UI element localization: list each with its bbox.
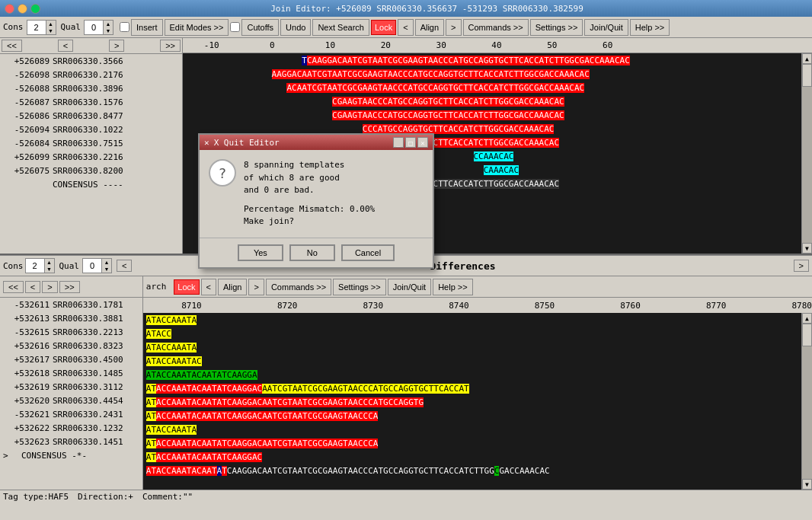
bjoin-quit-button[interactable]: Join/Quit xyxy=(388,279,431,295)
bread-row-1[interactable]: -532611 SRR006330.1781 xyxy=(0,298,142,311)
consensus-row: CONSENSUS ---- xyxy=(0,177,182,191)
bnav-prev[interactable]: < xyxy=(25,281,40,293)
bread-pos-8: +532620 xyxy=(3,396,53,406)
next-search-button[interactable]: Next Search xyxy=(312,19,369,36)
bscroll-down[interactable]: ▼ xyxy=(802,479,812,490)
dialog-close[interactable]: ✕ xyxy=(417,137,428,148)
lt-button[interactable]: < xyxy=(398,19,413,36)
bread-row-2[interactable]: +532613 SRR006330.3881 xyxy=(0,311,142,325)
insert-button[interactable]: Insert xyxy=(131,19,163,36)
bseq-consensus-e: GACCAAACAC xyxy=(499,466,549,476)
diff-qual-up[interactable]: ▲ xyxy=(102,259,111,266)
diff-qual-spinbox[interactable]: ▲ ▼ xyxy=(82,258,112,273)
dialog-cancel-button[interactable]: Cancel xyxy=(341,244,395,261)
bnav-first[interactable]: << xyxy=(3,281,24,293)
bottom-seq-content[interactable]: ATACCAAATA ATACC ATACCAAATA ATACCAAATAC xyxy=(143,313,801,490)
close-button[interactable] xyxy=(5,4,14,14)
bgt-button[interactable]: > xyxy=(248,279,264,295)
read-row-1[interactable]: +526089 SRR006330.3566 xyxy=(0,54,182,68)
nav-first[interactable]: << xyxy=(2,40,22,52)
settings-button[interactable]: Settings >> xyxy=(530,19,583,36)
read-row-4[interactable]: -526087 SRR006330.1576 xyxy=(0,95,182,109)
seq-data-4: CGAAGTAACCCATGCCAGGTGCTTCACCATCTTGGCGACC… xyxy=(186,97,564,107)
diff-cons-up[interactable]: ▲ xyxy=(45,259,54,266)
balign-button[interactable]: Align xyxy=(218,279,247,295)
dialog-yes-button[interactable]: Yes xyxy=(238,244,283,261)
diff-qual-down[interactable]: ▼ xyxy=(102,266,111,273)
dialog-maximize[interactable]: □ xyxy=(405,137,416,148)
cutoffs-checkbox[interactable] xyxy=(230,22,240,32)
bscroll-up[interactable]: ▲ xyxy=(802,313,812,324)
edit-modes-button[interactable]: Edit Modes >> xyxy=(165,19,229,36)
top-scrollbar-v[interactable]: ▲ ▼ xyxy=(801,53,812,254)
qual-down[interactable]: ▼ xyxy=(104,27,113,34)
maximize-button[interactable] xyxy=(30,4,40,14)
cons-up[interactable]: ▲ xyxy=(46,21,56,27)
bottom-scrollbar-v[interactable]: ▲ ▼ xyxy=(801,313,812,490)
bread-row-5[interactable]: +532617 SRR006330.4500 xyxy=(0,353,142,366)
cons-spinbox[interactable]: 2 ▲ ▼ xyxy=(27,20,56,35)
bread-row-9[interactable]: -532621 SRR006330.2431 xyxy=(0,407,142,421)
cons-down[interactable]: ▼ xyxy=(46,27,56,34)
qual-up[interactable]: ▲ xyxy=(104,21,113,27)
bnav-next[interactable]: > xyxy=(42,281,57,293)
block-button[interactable]: Lock xyxy=(174,279,199,295)
read-row-5[interactable]: -526086 SRR006330.8477 xyxy=(0,109,182,123)
bnav-last[interactable]: >> xyxy=(59,281,80,293)
bread-pos-3: -532615 xyxy=(3,327,53,337)
nav-last[interactable]: >> xyxy=(160,40,181,52)
read-row-7[interactable]: -526084 SRR006330.7515 xyxy=(0,136,182,150)
nav-prev[interactable]: < xyxy=(58,40,73,52)
read-pos-1: +526089 xyxy=(3,56,53,66)
dialog-no-button[interactable]: No xyxy=(289,244,335,261)
bread-row-10[interactable]: +532622 SRR006330.1232 xyxy=(0,421,142,435)
read-row-9[interactable]: +526075 SRR006330.8200 xyxy=(0,164,182,177)
bcommands-button[interactable]: Commands >> xyxy=(266,279,331,295)
bseq-data-8a: AT xyxy=(146,411,156,421)
gt-button[interactable]: > xyxy=(446,19,461,36)
cutoffs-button[interactable]: Cutoffs xyxy=(241,19,279,36)
bread-name-10: SRR006330.1232 xyxy=(53,423,123,433)
diff-cons-spinbox[interactable]: ▲ ▼ xyxy=(25,258,55,273)
bread-row-7[interactable]: +532619 SRR006330.3112 xyxy=(0,380,142,394)
bscroll-thumb[interactable] xyxy=(802,324,812,346)
lock-button[interactable]: Lock xyxy=(371,20,396,35)
undo-button[interactable]: Undo xyxy=(280,19,311,36)
read-pos-6: -526094 xyxy=(3,125,53,135)
minimize-button[interactable] xyxy=(18,4,27,14)
read-row-6[interactable]: -526094 SRR006330.1022 xyxy=(0,123,182,136)
diff-qual-input[interactable] xyxy=(83,261,101,270)
scroll-down[interactable]: ▼ xyxy=(802,243,812,254)
bread-row-3[interactable]: -532615 SRR006330.2213 xyxy=(0,325,142,339)
bread-row-8[interactable]: +532620 SRR006330.4454 xyxy=(0,394,142,407)
qual-input[interactable]: 0 xyxy=(85,23,103,32)
scroll-up[interactable]: ▲ xyxy=(802,53,812,64)
diff-nav-left[interactable]: < xyxy=(117,260,132,272)
bsearch-area: arch xyxy=(146,282,167,292)
dialog-minimize[interactable]: _ xyxy=(393,137,404,148)
read-name-7: SRR006330.7515 xyxy=(53,139,123,148)
cons-input[interactable]: 2 xyxy=(27,23,46,32)
commands-button[interactable]: Commands >> xyxy=(463,19,529,36)
help-button[interactable]: Help >> xyxy=(630,19,670,36)
read-row-8[interactable]: +526099 SRR006330.2216 xyxy=(0,150,182,164)
bread-row-11[interactable]: +532623 SRR006330.1451 xyxy=(0,435,142,448)
bsettings-button[interactable]: Settings >> xyxy=(333,279,386,295)
insert-checkbox[interactable] xyxy=(120,22,129,32)
diff-nav-right[interactable]: > xyxy=(794,260,809,272)
align-button[interactable]: Align xyxy=(415,19,444,36)
read-row-2[interactable]: -526098 SRR006330.2176 xyxy=(0,68,182,81)
qual-spinbox[interactable]: 0 ▲ ▼ xyxy=(84,20,113,35)
nav-next[interactable]: > xyxy=(109,40,124,52)
diff-cons-input[interactable] xyxy=(26,261,44,270)
tag-type: Tag type:HAF5 xyxy=(3,492,69,502)
bread-row-4[interactable]: +532616 SRR006330.8323 xyxy=(0,339,142,353)
bscroll-track xyxy=(802,324,812,479)
join-quit-button[interactable]: Join/Quit xyxy=(584,19,628,36)
diff-cons-down[interactable]: ▼ xyxy=(45,266,54,273)
blt-button[interactable]: < xyxy=(201,279,216,295)
bhelp-button[interactable]: Help >> xyxy=(433,279,473,295)
read-row-3[interactable]: -526088 SRR006330.3896 xyxy=(0,81,182,95)
bread-row-6[interactable]: +532618 SRR006330.1485 xyxy=(0,366,142,380)
scroll-thumb[interactable] xyxy=(802,64,812,87)
